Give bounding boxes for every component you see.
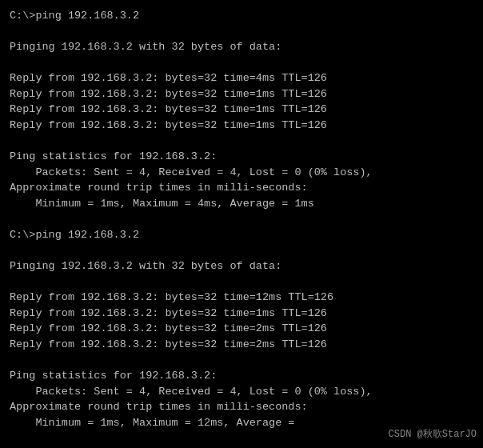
terminal-line: [10, 211, 473, 227]
terminal-line: Reply from 192.168.3.2: bytes=32 time=2m…: [10, 321, 473, 337]
terminal-line: [10, 55, 473, 71]
terminal-line: Ping statistics for 192.168.3.2:: [10, 368, 473, 384]
terminal-line: [10, 134, 473, 150]
terminal-line: Pinging 192.168.3.2 with 32 bytes of dat…: [10, 39, 473, 55]
terminal-line: Approximate round trip times in milli-se…: [10, 399, 473, 415]
terminal-line: Reply from 192.168.3.2: bytes=32 time=1m…: [10, 86, 473, 102]
terminal-line: [10, 242, 473, 258]
terminal-line: C:\>ping 192.168.3.2: [10, 8, 473, 24]
terminal-line: C:\>ping 192.168.3.2: [10, 227, 473, 243]
terminal-line: Reply from 192.168.3.2: bytes=32 time=4m…: [10, 70, 473, 86]
terminal-line: Approximate round trip times in milli-se…: [10, 180, 473, 196]
watermark-label: CSDN @秋歌StarJO: [389, 428, 477, 442]
terminal-line: Pinging 192.168.3.2 with 32 bytes of dat…: [10, 258, 473, 274]
terminal-line: Reply from 192.168.3.2: bytes=32 time=1m…: [10, 102, 473, 118]
terminal-line: Reply from 192.168.3.2: bytes=32 time=12…: [10, 290, 473, 306]
terminal-line: [10, 274, 473, 290]
terminal-line: Ping statistics for 192.168.3.2:: [10, 149, 473, 165]
terminal-line: [10, 24, 473, 40]
terminal-line: Reply from 192.168.3.2: bytes=32 time=1m…: [10, 306, 473, 322]
terminal-line: Packets: Sent = 4, Received = 4, Lost = …: [10, 384, 473, 400]
terminal-line: Reply from 192.168.3.2: bytes=32 time=2m…: [10, 337, 473, 353]
terminal-output: C:\>ping 192.168.3.2Pinging 192.168.3.2 …: [10, 8, 473, 430]
terminal-line: Reply from 192.168.3.2: bytes=32 time=1m…: [10, 118, 473, 134]
terminal-line: Minimum = 1ms, Maximum = 4ms, Average = …: [10, 196, 473, 212]
terminal-line: [10, 352, 473, 368]
terminal-line: Packets: Sent = 4, Received = 4, Lost = …: [10, 165, 473, 181]
